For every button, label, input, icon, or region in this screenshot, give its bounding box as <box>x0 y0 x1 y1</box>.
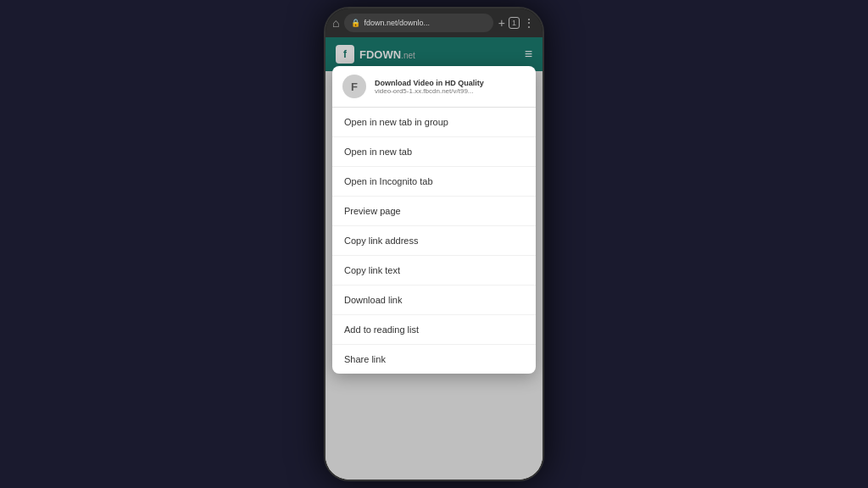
menu-item-copy-link-address[interactable]: Copy link address <box>332 226 536 256</box>
chrome-menu-icon[interactable]: ⋮ <box>523 16 536 30</box>
new-tab-icon[interactable]: + <box>498 16 505 30</box>
menu-item-open-incognito[interactable]: Open in Incognito tab <box>332 167 536 197</box>
menu-item-add-reading-list[interactable]: Add to reading list <box>332 315 536 345</box>
context-menu-link-url: video-ord5-1.xx.fbcdn.net/v/t99... <box>375 87 526 95</box>
context-menu-favicon: F <box>342 75 366 98</box>
menu-item-preview-page[interactable]: Preview page <box>332 197 536 226</box>
context-menu: F Download Video in HD Quality video-ord… <box>332 66 536 374</box>
context-menu-header-text: Download Video in HD Quality video-ord5-… <box>375 79 526 95</box>
address-bar[interactable]: 🔒 fdown.net/downlo... <box>344 14 492 32</box>
menu-item-share-link[interactable]: Share link <box>332 345 536 374</box>
menu-item-copy-link-text[interactable]: Copy link text <box>332 256 536 286</box>
home-icon[interactable]: ⌂ <box>332 16 339 30</box>
browser-chrome: ⌂ 🔒 fdown.net/downlo... + 1 ⋮ <box>326 8 542 37</box>
phone-frame: ⌂ 🔒 fdown.net/downlo... + 1 ⋮ f FDOWN.ne… <box>324 7 544 481</box>
lock-icon: 🔒 <box>351 19 360 27</box>
menu-item-open-tab-group[interactable]: Open in new tab in group <box>332 108 536 137</box>
website-background: f FDOWN.net ≡ Download Video in HD Quali… <box>326 37 542 480</box>
tab-count-badge[interactable]: 1 <box>509 17 520 29</box>
context-menu-header: F Download Video in HD Quality video-ord… <box>332 66 536 108</box>
url-text: fdown.net/downlo... <box>364 19 430 27</box>
context-menu-link-title: Download Video in HD Quality <box>375 79 526 87</box>
menu-item-download-link[interactable]: Download link <box>332 286 536 315</box>
chrome-actions: + 1 ⋮ <box>498 16 536 30</box>
menu-item-open-new-tab[interactable]: Open in new tab <box>332 137 536 167</box>
